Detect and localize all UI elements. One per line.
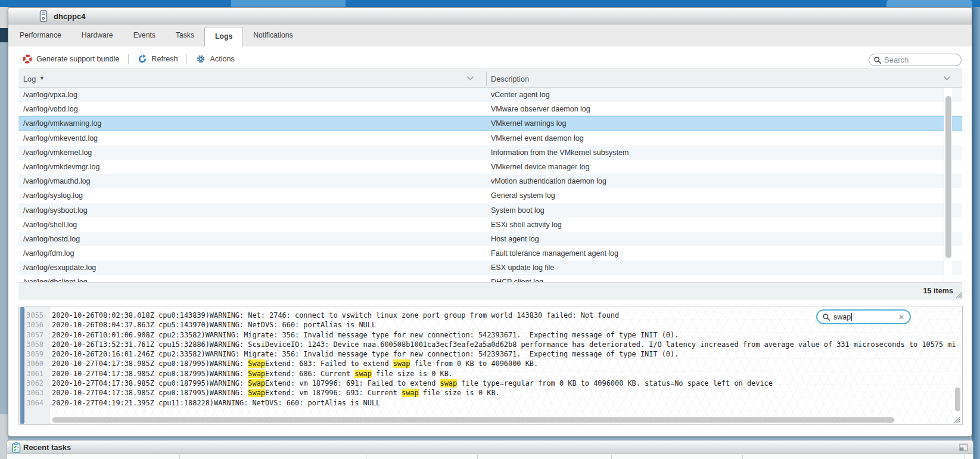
clear-search-icon[interactable]: ✕: [898, 313, 904, 321]
search-highlight: Swap: [248, 379, 265, 387]
table-row[interactable]: /var/log/vmauthd.logvMotion authenticati…: [18, 174, 962, 188]
generate-support-bundle-button[interactable]: Generate support bundle: [23, 54, 119, 64]
items-count: 15 items: [923, 287, 953, 295]
line-text: 2020-10-27T04:19:21.395Z cpu11:188228)WA…: [52, 399, 380, 407]
cell-description: System boot log: [491, 206, 950, 215]
tab-logs[interactable]: Logs: [204, 27, 243, 47]
tab-hardware[interactable]: Hardware: [71, 24, 123, 46]
gear-icon: [196, 54, 206, 64]
cell-log-path: /var/log/vmkernel.log: [23, 148, 482, 157]
search-input[interactable]: [884, 55, 950, 64]
log-search-value: swap: [833, 313, 851, 321]
table-row[interactable]: /var/log/hostd.logHost agent log: [18, 232, 962, 246]
browser-top-strip: [0, 0, 980, 7]
tab-notifications[interactable]: Notifications: [243, 24, 303, 46]
cell-description: Information from the VMkernel subsystem: [491, 148, 950, 157]
cell-log-path: /var/log/vmkwarning.log: [23, 119, 482, 128]
page-left-margin-blue: [0, 42, 8, 414]
column-divider: [477, 455, 478, 459]
line-number: 3059: [19, 349, 47, 359]
line-text: 2020-10-26T08:02:38.018Z cpu0:143839)WAR…: [52, 311, 619, 320]
table-header: Log ▼ Description: [18, 69, 962, 88]
cell-log-path: /var/log/esxupdate.log: [23, 263, 482, 272]
sort-desc-icon: ▼: [39, 75, 45, 81]
line-number: 3058: [19, 340, 47, 349]
column-divider: [964, 455, 965, 459]
search-highlight: swap: [440, 379, 457, 387]
log-lines: 30552020-10-26T08:02:38.018Z cpu0:143839…: [19, 311, 962, 412]
resize-grip-icon[interactable]: [955, 291, 963, 299]
line-number: 3060: [19, 359, 47, 368]
restore-pane-icon[interactable]: [959, 444, 968, 451]
log-line: 30632020-10-27T04:17:38.985Z cpu0:187995…: [19, 388, 962, 398]
cell-description: VMkernel device manager log: [491, 163, 950, 171]
table-row[interactable]: /var/log/vmkwarning.logVMkernel warnings…: [18, 116, 962, 131]
column-header-log[interactable]: Log: [23, 75, 36, 83]
search-highlight: Swap: [248, 389, 265, 397]
cell-description: vMotion authentication daemon log: [491, 177, 950, 185]
cell-description: VMkernel warnings log: [491, 119, 950, 128]
cell-log-path: /var/log/shell.log: [23, 221, 482, 229]
log-line: 30612020-10-27T04:17:38.985Z cpu0:187995…: [19, 369, 962, 379]
table-row[interactable]: /var/log/dhclient.logDHCP client log: [18, 275, 962, 282]
cell-description: VMkernel event daemon log: [491, 134, 950, 142]
refresh-button[interactable]: Refresh: [138, 54, 178, 64]
cell-log-path: /var/log/vmauthd.log: [23, 177, 482, 185]
line-text: 2020-10-26T20:16:01.246Z cpu2:33582)WARN…: [52, 350, 679, 358]
host-icon: [39, 10, 48, 23]
tab-bar: PerformanceHardwareEventsTasksLogsNotifi…: [8, 24, 972, 46]
log-horizontal-scrollbar-thumb[interactable]: [52, 417, 894, 423]
log-vertical-scrollbar-thumb[interactable]: [955, 387, 960, 411]
column-header-description[interactable]: Description: [491, 75, 529, 83]
log-line: 30642020-10-27T04:19:21.395Z cpu11:18822…: [19, 398, 962, 408]
line-number: 3064: [19, 398, 47, 408]
column-divider: [366, 455, 366, 459]
line-text: 2020-10-26T10:01:06.908Z cpu2:33582)WARN…: [52, 331, 679, 339]
recent-tasks-header[interactable]: Recent tasks: [7, 440, 973, 454]
cell-description: vCenter agent log: [491, 91, 950, 99]
table-row[interactable]: /var/log/vmkdevmgr.logVMkernel device ma…: [18, 160, 962, 174]
column-menu-chevron-icon[interactable]: [943, 76, 951, 81]
search-icon: [873, 56, 882, 64]
tab-performance[interactable]: Performance: [10, 24, 71, 46]
cell-log-path: /var/log/vpxa.log: [23, 91, 482, 99]
table-row[interactable]: /var/log/vobd.logVMware observer daemon …: [18, 102, 962, 116]
page-left-margin-dark: [0, 28, 8, 42]
cell-log-path: /var/log/syslog.log: [23, 191, 482, 200]
page-right-margin: [972, 7, 980, 459]
column-menu-chevron-icon[interactable]: [466, 76, 474, 81]
tab-events[interactable]: Events: [123, 24, 166, 46]
log-search-box[interactable]: swap ✕: [816, 309, 911, 324]
log-table-body: /var/log/vpxa.logvCenter agent log/var/l…: [18, 88, 962, 282]
table-row[interactable]: /var/log/esxupdate.logESX update log fil…: [18, 260, 962, 275]
table-row[interactable]: /var/log/vmkernel.logInformation from th…: [18, 145, 962, 160]
line-number: 3061: [19, 369, 47, 379]
table-row[interactable]: /var/log/sysboot.logSystem boot log: [18, 203, 962, 218]
log-line: 30602020-10-27T04:17:38.985Z cpu0:187995…: [19, 359, 962, 368]
table-row[interactable]: /var/log/vpxa.logvCenter agent log: [18, 88, 962, 102]
line-text: 2020-10-26T08:04:37.863Z cpu5:143970)WAR…: [52, 321, 376, 329]
line-text: 2020-10-27T04:17:38.985Z cpu0:187995)WAR…: [52, 379, 773, 387]
resize-grip-icon[interactable]: [953, 415, 961, 423]
table-row[interactable]: /var/log/syslog.logGeneral system log: [18, 188, 962, 203]
dialog-title: dhcppc4: [54, 12, 85, 21]
recent-tasks-title: Recent tasks: [23, 443, 71, 452]
tab-tasks[interactable]: Tasks: [166, 24, 204, 46]
log-content-viewer: 30552020-10-26T08:02:38.018Z cpu0:143839…: [18, 306, 963, 425]
table-scrollbar-thumb[interactable]: [945, 96, 951, 258]
column-divider: [486, 72, 487, 86]
table-row[interactable]: /var/log/fdm.logFault tolerance manageme…: [18, 246, 962, 260]
table-scrollbar[interactable]: [944, 88, 952, 282]
actions-button[interactable]: Actions: [196, 54, 234, 64]
cell-log-path: /var/log/hostd.log: [23, 235, 482, 243]
cell-description: Fault tolerance management agent log: [491, 249, 950, 258]
table-search-box[interactable]: [869, 54, 962, 66]
cell-log-path: /var/log/vmkdevmgr.log: [23, 163, 482, 171]
table-row[interactable]: /var/log/shell.logESXi shell activity lo…: [18, 218, 962, 232]
logs-tab-content: Generate support bundle Refresh: [8, 46, 972, 436]
cell-description: VMware observer daemon log: [491, 105, 950, 113]
line-text: 2020-10-27T04:17:38.985Z cpu0:187995)WAR…: [52, 389, 500, 397]
toolbar-separator: [186, 54, 187, 64]
table-row[interactable]: /var/log/vmkeventd.logVMkernel event dae…: [18, 131, 962, 145]
top-strip-segment: [231, 0, 346, 7]
